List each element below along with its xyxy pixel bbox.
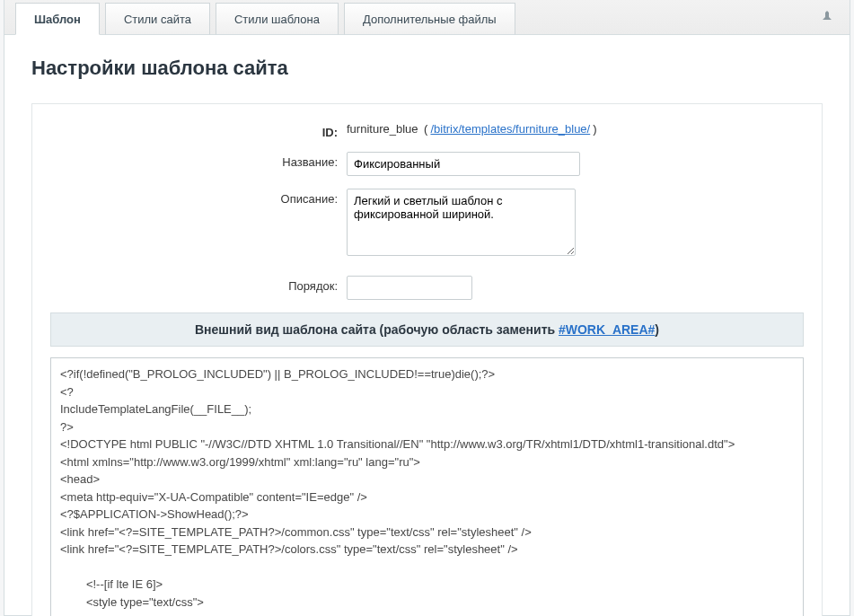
id-label: ID: [50,122,347,139]
order-label: Порядок: [50,276,347,293]
tabs-row: Шаблон Стили сайта Стили шаблона Дополни… [4,0,850,35]
tab-template[interactable]: Шаблон [15,3,100,35]
page-title: Настройки шаблона сайта [31,57,823,80]
section-header: Внешний вид шаблона сайта (рабочую облас… [50,312,804,347]
section-header-prefix: Внешний вид шаблона сайта (рабочую облас… [195,322,559,337]
tab-additional-files[interactable]: Дополнительные файлы [344,3,515,35]
id-value: furniture_blue [347,122,418,136]
name-input[interactable] [347,152,580,176]
id-path-link[interactable]: /bitrix/templates/furniture_blue/ [430,122,590,136]
template-code-textarea[interactable] [50,357,804,616]
name-label: Название: [50,152,347,169]
pin-icon[interactable] [821,11,833,29]
order-input[interactable] [347,276,472,300]
form-block: ID: furniture_blue (/bitrix/templates/fu… [31,103,823,616]
tab-template-styles[interactable]: Стили шаблона [216,3,339,35]
description-textarea[interactable] [347,189,576,256]
tab-site-styles[interactable]: Стили сайта [105,3,210,35]
work-area-link[interactable]: #WORK_AREA# [559,322,655,337]
description-label: Описание: [50,189,347,206]
section-header-suffix: ) [655,322,659,337]
